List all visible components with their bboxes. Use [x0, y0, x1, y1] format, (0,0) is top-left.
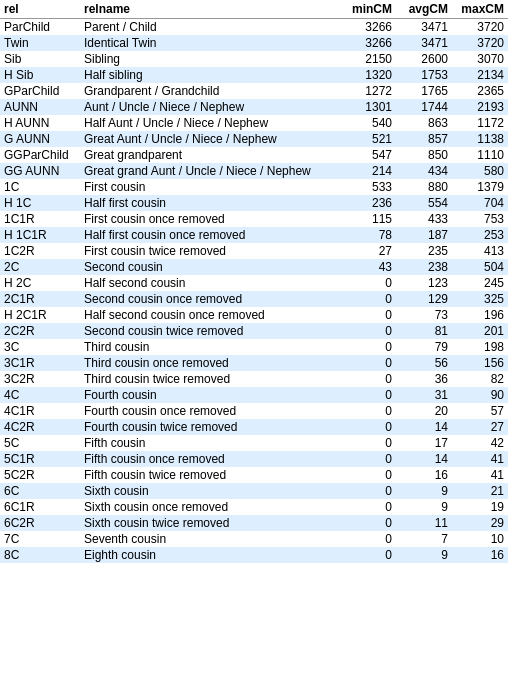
cell-relname: Third cousin once removed — [80, 355, 340, 371]
cell-relname: Aunt / Uncle / Niece / Nephew — [80, 99, 340, 115]
table-row: H 1CHalf first cousin236554704 — [0, 195, 508, 211]
cell-rel: 8C — [0, 547, 80, 563]
cell-maxcm: 42 — [452, 435, 508, 451]
cell-maxcm: 580 — [452, 163, 508, 179]
cell-maxcm: 413 — [452, 243, 508, 259]
table-row: 8CEighth cousin0916 — [0, 547, 508, 563]
cell-mincm: 1320 — [340, 67, 396, 83]
cell-avgcm: 56 — [396, 355, 452, 371]
cell-avgcm: 73 — [396, 307, 452, 323]
cell-relname: Fifth cousin twice removed — [80, 467, 340, 483]
cell-avgcm: 16 — [396, 467, 452, 483]
cell-mincm: 0 — [340, 435, 396, 451]
table-row: ParChildParent / Child326634713720 — [0, 19, 508, 36]
cell-rel: 2C1R — [0, 291, 80, 307]
cell-rel: Twin — [0, 35, 80, 51]
table-row: H SibHalf sibling132017532134 — [0, 67, 508, 83]
cell-mincm: 0 — [340, 275, 396, 291]
cell-rel: 5C2R — [0, 467, 80, 483]
cell-mincm: 0 — [340, 291, 396, 307]
cell-avgcm: 7 — [396, 531, 452, 547]
cell-relname: Half first cousin — [80, 195, 340, 211]
cell-avgcm: 1753 — [396, 67, 452, 83]
cell-mincm: 0 — [340, 307, 396, 323]
cell-relname: Third cousin twice removed — [80, 371, 340, 387]
cell-relname: Grandparent / Grandchild — [80, 83, 340, 99]
cell-maxcm: 201 — [452, 323, 508, 339]
cell-maxcm: 245 — [452, 275, 508, 291]
cell-rel: 4C1R — [0, 403, 80, 419]
cell-rel: AUNN — [0, 99, 80, 115]
cell-avgcm: 129 — [396, 291, 452, 307]
cell-avgcm: 9 — [396, 499, 452, 515]
header-mincm: minCM — [340, 0, 396, 19]
table-row: 4C2RFourth cousin twice removed01427 — [0, 419, 508, 435]
cell-relname: Great Aunt / Uncle / Niece / Nephew — [80, 131, 340, 147]
cell-avgcm: 11 — [396, 515, 452, 531]
cell-rel: 3C1R — [0, 355, 80, 371]
cell-maxcm: 90 — [452, 387, 508, 403]
cell-relname: Half sibling — [80, 67, 340, 83]
cell-relname: Half first cousin once removed — [80, 227, 340, 243]
cell-mincm: 43 — [340, 259, 396, 275]
cell-avgcm: 235 — [396, 243, 452, 259]
cell-maxcm: 3070 — [452, 51, 508, 67]
cell-maxcm: 504 — [452, 259, 508, 275]
cell-avgcm: 14 — [396, 451, 452, 467]
cell-relname: First cousin twice removed — [80, 243, 340, 259]
cell-avgcm: 9 — [396, 547, 452, 563]
cell-maxcm: 57 — [452, 403, 508, 419]
cell-mincm: 0 — [340, 403, 396, 419]
cell-relname: Half second cousin — [80, 275, 340, 291]
cell-maxcm: 41 — [452, 467, 508, 483]
cell-maxcm: 325 — [452, 291, 508, 307]
cell-maxcm: 16 — [452, 547, 508, 563]
cell-avgcm: 3471 — [396, 35, 452, 51]
cell-relname: Fourth cousin once removed — [80, 403, 340, 419]
cell-avgcm: 554 — [396, 195, 452, 211]
cell-rel: GGParChild — [0, 147, 80, 163]
cell-maxcm: 82 — [452, 371, 508, 387]
cell-maxcm: 196 — [452, 307, 508, 323]
cell-mincm: 0 — [340, 323, 396, 339]
cell-maxcm: 2365 — [452, 83, 508, 99]
cell-mincm: 540 — [340, 115, 396, 131]
cell-maxcm: 156 — [452, 355, 508, 371]
cell-maxcm: 253 — [452, 227, 508, 243]
cell-mincm: 2150 — [340, 51, 396, 67]
cell-mincm: 236 — [340, 195, 396, 211]
cell-rel: 1C2R — [0, 243, 80, 259]
cell-rel: GG AUNN — [0, 163, 80, 179]
cell-avgcm: 79 — [396, 339, 452, 355]
cell-relname: Seventh cousin — [80, 531, 340, 547]
table-row: 2CSecond cousin43238504 — [0, 259, 508, 275]
cell-avgcm: 123 — [396, 275, 452, 291]
cell-mincm: 547 — [340, 147, 396, 163]
table-row: 6C2RSixth cousin twice removed01129 — [0, 515, 508, 531]
table-row: 4CFourth cousin03190 — [0, 387, 508, 403]
cell-rel: 5C1R — [0, 451, 80, 467]
header-relname: relname — [80, 0, 340, 19]
cell-rel: H AUNN — [0, 115, 80, 131]
cell-maxcm: 27 — [452, 419, 508, 435]
cell-rel: 1C1R — [0, 211, 80, 227]
cell-rel: H 2C — [0, 275, 80, 291]
cell-maxcm: 29 — [452, 515, 508, 531]
cell-relname: Great grand Aunt / Uncle / Niece / Nephe… — [80, 163, 340, 179]
cell-mincm: 0 — [340, 531, 396, 547]
cell-relname: Fourth cousin — [80, 387, 340, 403]
cell-rel: 4C2R — [0, 419, 80, 435]
table-row: 1C1RFirst cousin once removed115433753 — [0, 211, 508, 227]
cell-relname: Identical Twin — [80, 35, 340, 51]
cell-maxcm: 198 — [452, 339, 508, 355]
cell-avgcm: 9 — [396, 483, 452, 499]
cell-avgcm: 20 — [396, 403, 452, 419]
cell-maxcm: 21 — [452, 483, 508, 499]
table-row: 1CFirst cousin5338801379 — [0, 179, 508, 195]
cell-mincm: 27 — [340, 243, 396, 259]
cell-avgcm: 81 — [396, 323, 452, 339]
cell-rel: H 1C1R — [0, 227, 80, 243]
table-row: TwinIdentical Twin326634713720 — [0, 35, 508, 51]
table-row: 5CFifth cousin01742 — [0, 435, 508, 451]
cell-rel: Sib — [0, 51, 80, 67]
